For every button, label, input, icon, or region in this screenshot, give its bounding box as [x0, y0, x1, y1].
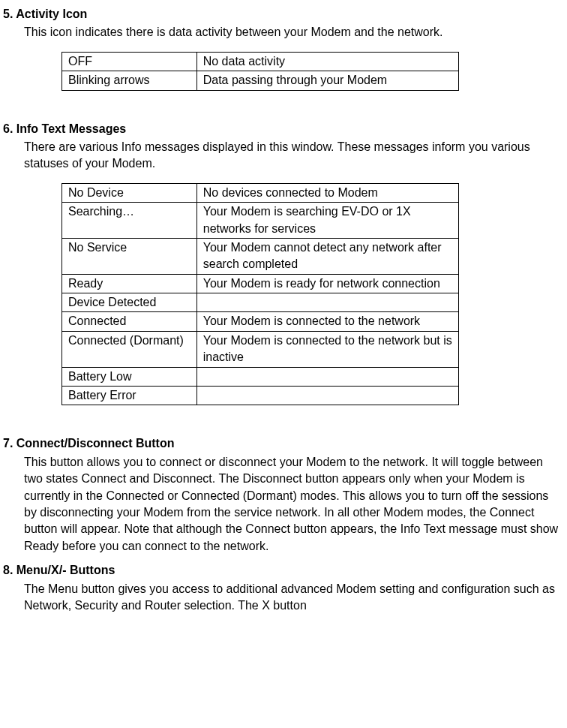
section-6-heading: 6. Info Text Messages: [3, 121, 564, 137]
table-cell: Data passing through your Modem: [196, 71, 458, 90]
table-cell: No Service: [62, 238, 197, 274]
table-row: Connected (Dormant) Your Modem is connec…: [62, 331, 459, 367]
section-5-body: This icon indicates there is data activi…: [3, 24, 564, 90]
table-cell: Your Modem cannot detect any network aft…: [196, 238, 458, 274]
section-8-text: The Menu button gives you access to addi…: [24, 581, 564, 615]
table-cell: Battery Low: [62, 367, 197, 386]
section-connect-disconnect: 7. Connect/Disconnect Button This button…: [3, 435, 564, 555]
info-text-table: No Device No devices connected to Modem …: [62, 183, 459, 406]
table-row: No Service Your Modem cannot detect any …: [62, 238, 459, 274]
table-cell: Your Modem is searching EV-DO or 1X netw…: [196, 203, 458, 239]
table-cell: Battery Error: [62, 387, 197, 405]
table-cell: Connected (Dormant): [62, 331, 197, 367]
table-cell: [196, 387, 458, 405]
table-row: Battery Error: [62, 387, 459, 405]
section-7-body: This button allows you to connect or dis…: [3, 454, 564, 555]
table-cell: No Device: [62, 183, 197, 202]
activity-icon-table: OFF No data activity Blinking arrows Dat…: [62, 52, 459, 91]
table-row: Device Detected: [62, 293, 459, 312]
table-row: Battery Low: [62, 367, 459, 386]
section-8-body: The Menu button gives you access to addi…: [3, 581, 564, 615]
table-cell: Device Detected: [62, 293, 197, 312]
table-cell: OFF: [62, 52, 197, 71]
section-6-body: There are various Info messages displaye…: [3, 139, 564, 405]
table-row: Ready Your Modem is ready for network co…: [62, 274, 459, 293]
section-7-text: This button allows you to connect or dis…: [24, 454, 564, 555]
table-row: Connected Your Modem is connected to the…: [62, 312, 459, 331]
table-cell: Searching…: [62, 203, 197, 239]
table-row: OFF No data activity: [62, 52, 459, 71]
table-cell: [196, 293, 458, 312]
table-row: No Device No devices connected to Modem: [62, 183, 459, 202]
section-info-text-messages: 6. Info Text Messages There are various …: [3, 121, 564, 406]
table-row: Searching… Your Modem is searching EV-DO…: [62, 203, 459, 239]
table-cell: Your Modem is connected to the network: [196, 312, 458, 331]
section-7-heading: 7. Connect/Disconnect Button: [3, 435, 564, 452]
table-cell: Your Modem is ready for network connecti…: [196, 274, 458, 293]
table-cell: Blinking arrows: [62, 71, 197, 90]
table-cell: No data activity: [196, 52, 458, 71]
section-5-text: This icon indicates there is data activi…: [24, 24, 564, 41]
table-cell: [196, 367, 458, 386]
table-cell: No devices connected to Modem: [196, 183, 458, 202]
table-cell: Ready: [62, 274, 197, 293]
section-5-heading: 5. Activity Icon: [3, 6, 564, 23]
table-cell: Connected: [62, 312, 197, 331]
section-activity-icon: 5. Activity Icon This icon indicates the…: [3, 6, 564, 91]
section-menu-buttons: 8. Menu/X/- Buttons The Menu button give…: [3, 562, 564, 614]
table-cell: Your Modem is connected to the network b…: [196, 331, 458, 367]
section-6-text: There are various Info messages displaye…: [24, 139, 564, 173]
table-row: Blinking arrows Data passing through you…: [62, 71, 459, 90]
section-8-heading: 8. Menu/X/- Buttons: [3, 562, 564, 579]
